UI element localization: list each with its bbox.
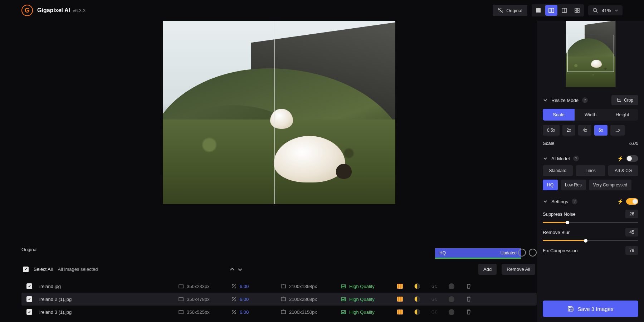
original-toggle-button[interactable]: Original [493,5,527,16]
chevron-down-icon [543,199,548,204]
tab-scale[interactable]: Scale [543,109,575,121]
original-toggle-label: Original [506,8,522,13]
scale-2x[interactable]: 2x [562,125,576,136]
status-text: Updated [501,250,517,255]
file-name: ireland 2 (1).jpg [39,297,175,302]
select-all-checkbox[interactable]: ✓ [23,267,29,272]
original-side-label: Original [21,247,38,252]
save-icon [567,306,574,312]
zoom-control[interactable]: 41% [588,5,623,15]
chevron-down-icon [543,156,548,161]
quality-icon [341,309,346,315]
navigator-thumbnail[interactable] [566,21,616,87]
crop-button[interactable]: Crop [611,95,638,105]
row-checkbox[interactable]: ✓ [26,309,32,315]
delete-row-icon[interactable] [466,309,472,315]
svg-rect-13 [281,285,286,288]
ai-model-chips-row2: HQ Low Res Very Compressed [543,180,638,190]
help-icon[interactable]: ? [572,199,577,204]
scale-presets: 0.5x 2x 4x 6x ...x [543,125,638,136]
tab-height[interactable]: Height [606,109,638,121]
fix-compression-label: Fix Compression [543,248,578,253]
ai-model-section-header[interactable]: AI Model ? ⚡ [543,151,638,165]
svg-rect-6 [577,8,579,10]
model-lines[interactable]: Lines [576,165,606,176]
svg-rect-12 [179,285,183,288]
app-title: Gigapixel AI v6.3.3 [37,7,86,14]
fix-compression-value[interactable]: 79 [625,246,638,255]
file-name: ireland.jpg [39,284,175,289]
selection-status: All images selected [58,267,98,272]
gc-label: GC [431,297,446,301]
model-hq[interactable]: HQ [543,180,558,190]
fix-compression-row: Fix Compression 79 [543,245,638,262]
dimensions-out-icon [280,283,286,289]
gc-label: GC [431,310,446,314]
move-down-icon[interactable] [237,266,243,273]
preview-image[interactable] [163,21,395,204]
remove-blur-value[interactable]: 45 [625,228,638,236]
row-checkbox[interactable]: ✓ [26,283,32,289]
move-up-icon[interactable] [229,266,235,273]
scale-custom[interactable]: ...x [610,125,625,136]
view-single-button[interactable] [532,5,545,16]
scale-icon [231,296,237,302]
save-images-button[interactable]: Save 3 Images [543,301,638,317]
grid-icon [574,8,580,13]
svg-rect-18 [179,311,183,314]
feedback-bad-icon[interactable] [529,249,537,257]
file-row[interactable]: ✓ ireland.jpg 350x233px 6.00 2100x1398px… [21,280,537,293]
add-button[interactable]: Add [478,264,497,275]
preview-area[interactable]: Original HQ Up [21,21,537,259]
zoom-out-icon [592,8,598,13]
remove-all-button[interactable]: Remove All [502,264,535,275]
model-very-compressed[interactable]: Very Compressed [589,180,631,190]
gc-label: GC [431,284,446,288]
file-row[interactable]: ✓ ireland 2 (1).jpg 350x478px 6.00 2100x… [21,293,537,306]
settings-auto-toggle[interactable] [626,198,638,205]
preview-status-strip: HQ Updated [435,248,521,259]
scale-4x[interactable]: 4x [578,125,591,136]
preset-badge-icon [397,309,403,314]
settings-section-header[interactable]: Settings ? ⚡ [543,194,638,208]
model-art-cg[interactable]: Art & CG [608,165,638,176]
scale-6x[interactable]: 6x [594,125,608,136]
dimensions-in-icon [178,309,184,315]
ai-model-auto-toggle[interactable] [626,155,638,162]
scale-icon [231,283,237,289]
scale-0-5x[interactable]: 0.5x [543,125,560,136]
resize-mode-section-header[interactable]: Resize Mode ? Crop [543,91,638,109]
delete-row-icon[interactable] [466,283,472,289]
help-icon[interactable]: ? [573,156,579,161]
scale-label: Scale [543,141,555,146]
tab-width[interactable]: Width [575,109,606,121]
suppress-noise-slider[interactable] [543,222,638,223]
view-split-button[interactable] [545,5,557,16]
navigator-viewport-box[interactable] [567,35,614,72]
file-list: ✓ ireland.jpg 350x233px 6.00 2100x1398px… [21,280,537,322]
preset-badge-icon [397,284,403,289]
app-logo-icon: G [21,5,33,16]
row-checkbox[interactable]: ✓ [26,296,32,302]
feedback-good-icon[interactable] [518,249,526,257]
view-grid-button[interactable] [571,5,583,16]
contrast-badge-icon [414,283,420,289]
svg-rect-0 [536,8,541,13]
suppress-noise-value[interactable]: 26 [625,210,638,218]
settings-panel: Resize Mode ? Crop Scale Width Height [537,21,644,322]
square-icon [536,8,541,13]
remove-blur-slider[interactable] [543,240,638,241]
compare-slider-handle[interactable] [274,21,275,204]
svg-rect-2 [552,8,554,13]
file-toolbar: ✓ Select All All images selected Add Rem… [21,259,537,280]
svg-rect-5 [575,8,577,10]
delete-row-icon[interactable] [466,296,472,302]
eye-off-icon [498,8,503,13]
view-side-button[interactable] [558,5,570,16]
contrast-badge-icon [414,309,420,315]
model-standard[interactable]: Standard [543,165,573,176]
file-row[interactable]: ✓ ireland 3 (1).jpg 350x525px 6.00 2100x… [21,306,537,318]
model-low-res[interactable]: Low Res [561,180,586,190]
help-icon[interactable]: ? [582,97,588,103]
ai-model-label: AI Model [551,156,570,161]
